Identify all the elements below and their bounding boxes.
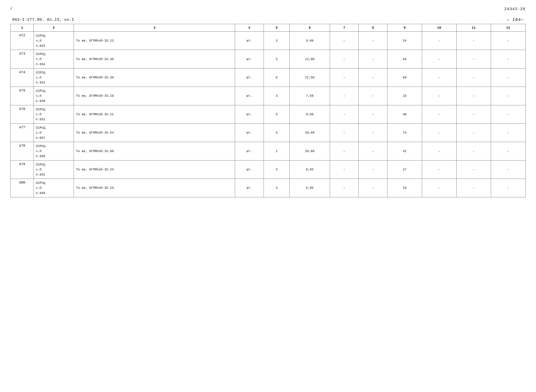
cell-r6-c5: 20,80 <box>290 142 330 160</box>
cell-r7-c10: – <box>456 160 491 179</box>
cell-r5-c10: – <box>456 123 491 142</box>
cell-r1-c1: ССРСЦч.Пп.654 <box>33 50 74 68</box>
table-row: 478ССРСЦч.Пп.658То же, ОГПМХэб-IO.60шт.2… <box>11 142 526 160</box>
cell-r1-c2: То же, ОГПМХэб-IO.36 <box>74 50 235 68</box>
cell-r1-c4: 5 <box>264 50 289 68</box>
cell-r2-c6: – <box>330 68 359 87</box>
cell-r8-c1: ССРСЦч.Пп.649 <box>33 179 74 197</box>
cell-r7-c7: – <box>359 160 387 179</box>
th-11: 11 <box>456 24 491 32</box>
cell-r0-c0: 472 <box>11 32 34 50</box>
th-3: 3 <box>74 24 235 32</box>
th-9: 9 <box>387 24 422 32</box>
cell-r6-c10: – <box>456 142 491 160</box>
cell-r4-c6: – <box>330 105 359 123</box>
th-10: 10 <box>422 24 456 32</box>
table-row: 477ССРСЦч.Пп.657То же, ОГПМХэб-IO.54шт.4… <box>11 123 526 142</box>
cell-r6-c2: То же, ОГПМХэб-IO.60 <box>74 142 235 160</box>
cell-r2-c0: 474 <box>11 68 34 87</box>
cell-r8-c3: шт. <box>235 179 264 197</box>
cell-r6-c3: шт. <box>235 142 264 160</box>
cell-r2-c4: 6 <box>264 68 289 87</box>
cell-r2-c8: 69 <box>387 68 422 87</box>
cell-r6-c11: – <box>491 142 526 160</box>
th-5: 5 <box>264 24 289 32</box>
table-header-row: 1 2 3 4 5 6 7 8 9 10 11 12 <box>11 24 526 32</box>
cell-r1-c9: – <box>422 50 456 68</box>
cell-r0-c2: То же, ОГПМХэб-IO.22 <box>74 32 235 50</box>
table-row: 474ССРСЦч.Пп.653То же, ОГПМХэб-IO.30шт.6… <box>11 68 526 87</box>
cell-r4-c4: 5 <box>264 105 289 123</box>
cell-r5-c11: – <box>491 123 526 142</box>
cell-r5-c3: шт. <box>235 123 264 142</box>
cell-r3-c5: 7,50 <box>290 87 330 105</box>
cell-r6-c6: – <box>330 142 359 160</box>
cell-r3-c8: 23 <box>387 87 422 105</box>
cell-r0-c1: ССРСЦч.Пп.65I <box>33 32 74 50</box>
cell-r2-c3: шт. <box>235 68 264 87</box>
cell-r8-c5: 5,85 <box>290 179 330 197</box>
table-row: 475ССРСЦч.Пп.650То же, ОГПМХэб-IO.I8шт.3… <box>11 87 526 105</box>
cell-r8-c0: 480 <box>11 179 34 197</box>
th-12: 12 <box>491 24 526 32</box>
table-row: 476ССРСЦч.Пп.65IТо же, ОГПМХэб-IO.2Iшт.5… <box>11 105 526 123</box>
cell-r8-c10: – <box>456 179 491 197</box>
table-row: 480ССРСЦч.Пп.649То же, ОГПМХэб-IO.I5шт.3… <box>11 179 526 197</box>
cell-r4-c10: – <box>456 105 491 123</box>
cell-r2-c9: – <box>422 68 456 87</box>
cell-r3-c6: – <box>330 87 359 105</box>
cell-r0-c4: 3 <box>264 32 289 50</box>
cell-r5-c2: То же, ОГПМХэб-IO.54 <box>74 123 235 142</box>
cell-r3-c7: – <box>359 87 387 105</box>
cell-r4-c5: 8,08 <box>290 105 330 123</box>
cell-r7-c4: 3 <box>264 160 289 179</box>
cell-r3-c0: 475 <box>11 87 34 105</box>
cell-r5-c7: – <box>359 123 387 142</box>
cell-r4-c9: – <box>422 105 456 123</box>
cell-r7-c11: – <box>491 160 526 179</box>
table-row: 473ССРСЦч.Пп.654То же, ОГПМХэб-IO.36шт.5… <box>11 50 526 68</box>
cell-r7-c1: ССРСЦч.Пп.652 <box>33 160 74 179</box>
cell-r6-c0: 478 <box>11 142 34 160</box>
cell-r0-c6: – <box>330 32 359 50</box>
cell-r2-c5: II,50 <box>290 68 330 87</box>
doc-title: 903-I-277.90. Ал.23, кн.I <box>12 18 74 22</box>
cell-r7-c2: То же, ОГПМХэб-IO.24 <box>74 160 235 179</box>
cell-r1-c6: – <box>330 50 359 68</box>
cell-r7-c8: 27 <box>387 160 422 179</box>
cell-r1-c10: – <box>456 50 491 68</box>
cell-r0-c8: 24 <box>387 32 422 50</box>
cell-r4-c11: – <box>491 105 526 123</box>
table-row: 472ССРСЦч.Пп.65IТо же, ОГПМХэб-IO.22шт.3… <box>11 32 526 50</box>
cell-r5-c8: 74 <box>387 123 422 142</box>
cell-r1-c5: I2,80 <box>290 50 330 68</box>
cell-r2-c10: – <box>456 68 491 87</box>
cell-r0-c9: – <box>422 32 456 50</box>
cell-r5-c5: I8,60 <box>290 123 330 142</box>
cell-r8-c4: 3 <box>264 179 289 197</box>
main-table: 1 2 3 4 5 6 7 8 9 10 11 12 472ССРСЦч.Пп.… <box>10 24 526 197</box>
cell-r4-c7: – <box>359 105 387 123</box>
cell-r4-c2: То же, ОГПМХэб-IO.2I <box>74 105 235 123</box>
cell-r4-c3: шт. <box>235 105 264 123</box>
th-4: 4 <box>235 24 264 32</box>
cell-r3-c9: – <box>422 87 456 105</box>
cell-r6-c9: – <box>422 142 456 160</box>
corner-tr: 24342-26 <box>504 7 526 11</box>
cell-r1-c11: – <box>491 50 526 68</box>
cell-r3-c11: – <box>491 87 526 105</box>
cell-r7-c0: 479 <box>11 160 34 179</box>
cell-r3-c4: 3 <box>264 87 289 105</box>
cell-r0-c11: – <box>491 32 526 50</box>
cell-r7-c9: – <box>422 160 456 179</box>
cell-r1-c0: 473 <box>11 50 34 68</box>
th-6: 6 <box>290 24 330 32</box>
cell-r7-c3: шт. <box>235 160 264 179</box>
cell-r5-c4: 4 <box>264 123 289 142</box>
cell-r4-c0: 476 <box>11 105 34 123</box>
cell-r8-c7: – <box>359 179 387 197</box>
cell-r2-c2: То же, ОГПМХэб-IO.30 <box>74 68 235 87</box>
cell-r1-c8: 64 <box>387 50 422 68</box>
cell-r2-c1: ССРСЦч.Пп.653 <box>33 68 74 87</box>
cell-r8-c9: – <box>422 179 456 197</box>
